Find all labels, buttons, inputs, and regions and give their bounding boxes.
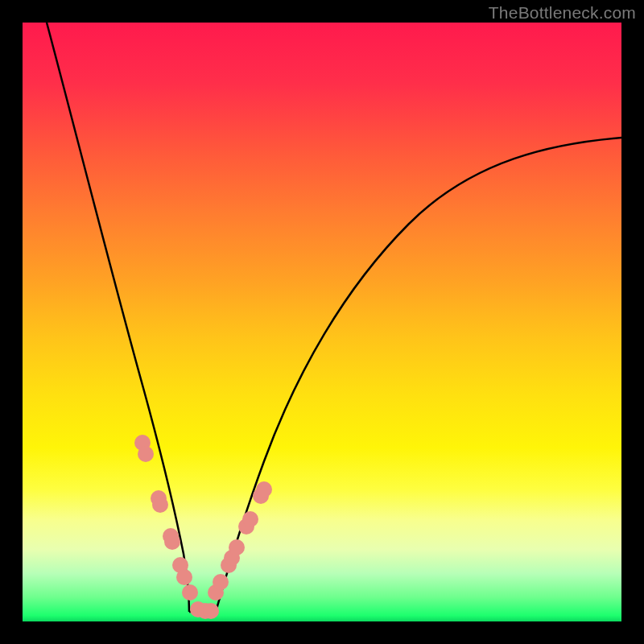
data-dot <box>256 481 272 497</box>
data-dot <box>152 497 168 513</box>
curve-left <box>47 23 189 612</box>
data-dot <box>138 446 154 462</box>
curve-right <box>216 138 621 612</box>
watermark-text: TheBottleneck.com <box>489 3 636 23</box>
data-dot <box>213 574 229 590</box>
data-dot <box>164 534 180 550</box>
data-dot <box>203 603 219 619</box>
chart-svg <box>23 23 621 621</box>
data-dot <box>182 584 198 601</box>
data-dot <box>229 539 245 555</box>
data-dot <box>242 511 258 527</box>
plot-area <box>23 23 621 621</box>
chart-container: TheBottleneck.com <box>0 0 644 644</box>
data-dot <box>176 569 192 585</box>
